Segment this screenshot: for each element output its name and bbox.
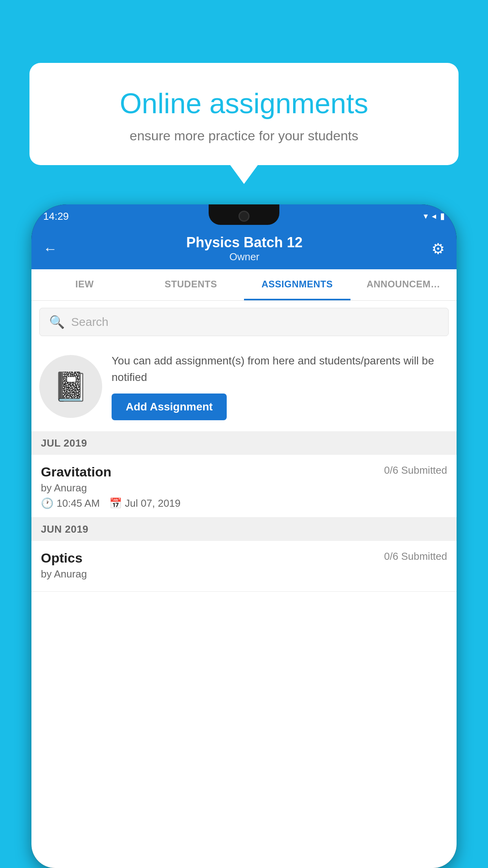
speech-bubble-container: Online assignments ensure more practice … (29, 63, 459, 165)
assignment-submitted-gravitation: 0/6 Submitted (384, 464, 447, 476)
wifi-icon: ▾ (424, 211, 428, 221)
assignment-item-gravitation[interactable]: Gravitation 0/6 Submitted by Anurag 🕐 10… (31, 455, 457, 518)
status-time: 14:29 (43, 210, 69, 223)
assignment-author-optics: by Anurag (41, 568, 447, 580)
tab-overview[interactable]: IEW (31, 269, 138, 300)
assignment-name-gravitation: Gravitation (41, 464, 111, 480)
section-header-jun: JUN 2019 (31, 518, 457, 541)
app-header: ← Physics Batch 12 Owner ⚙ (31, 228, 457, 269)
bubble-subtitle: ensure more practice for your students (57, 128, 431, 143)
search-icon: 🔍 (49, 314, 65, 329)
assignment-item-optics[interactable]: Optics 0/6 Submitted by Anurag (31, 541, 457, 592)
speech-bubble: Online assignments ensure more practice … (29, 63, 459, 165)
tab-bar: IEW STUDENTS ASSIGNMENTS ANNOUNCEM… (31, 269, 457, 301)
add-assignment-button[interactable]: Add Assignment (112, 394, 227, 420)
section-header-jul: JUL 2019 (31, 432, 457, 455)
signal-icon: ◂ (432, 211, 436, 221)
header-title-group: Physics Batch 12 Owner (57, 234, 431, 263)
battery-icon: ▮ (440, 211, 445, 221)
tab-students[interactable]: STUDENTS (138, 269, 244, 300)
assignment-meta-gravitation: 🕐 10:45 AM 📅 Jul 07, 2019 (41, 497, 447, 509)
search-bar[interactable]: 🔍 Search (39, 308, 449, 336)
assignment-author-gravitation: by Anurag (41, 482, 447, 494)
bubble-title: Online assignments (57, 86, 431, 120)
header-subtitle: Owner (57, 251, 431, 263)
tab-assignments[interactable]: ASSIGNMENTS (244, 269, 350, 300)
search-placeholder: Search (71, 315, 108, 329)
settings-icon[interactable]: ⚙ (431, 240, 445, 257)
status-icons: ▾ ◂ ▮ (424, 211, 445, 221)
clock-icon: 🕐 (41, 497, 53, 509)
notebook-icon: 📓 (53, 370, 88, 403)
promo-description: You can add assignment(s) from here and … (112, 353, 449, 386)
phone-content: 🔍 Search 📓 You can add assignment(s) fro… (31, 301, 457, 868)
tab-announcements[interactable]: ANNOUNCEM… (350, 269, 457, 300)
assignment-time: 🕐 10:45 AM (41, 497, 100, 509)
assignment-date-value: Jul 07, 2019 (125, 497, 181, 509)
assignment-submitted-optics: 0/6 Submitted (384, 550, 447, 563)
phone-frame: 14:29 ▾ ◂ ▮ ← Physics Batch 12 Owner ⚙ I… (31, 204, 457, 868)
header-title: Physics Batch 12 (57, 234, 431, 251)
calendar-icon: 📅 (109, 497, 122, 509)
assignment-time-value: 10:45 AM (57, 497, 100, 509)
promo-block: 📓 You can add assignment(s) from here an… (31, 343, 457, 432)
assignment-name-optics: Optics (41, 550, 83, 566)
back-button[interactable]: ← (43, 241, 57, 257)
phone-notch (209, 204, 279, 225)
assignment-date: 📅 Jul 07, 2019 (109, 497, 181, 509)
camera-icon (238, 211, 250, 222)
promo-text-area: You can add assignment(s) from here and … (112, 353, 449, 420)
assignment-illustration: 📓 (39, 355, 102, 418)
